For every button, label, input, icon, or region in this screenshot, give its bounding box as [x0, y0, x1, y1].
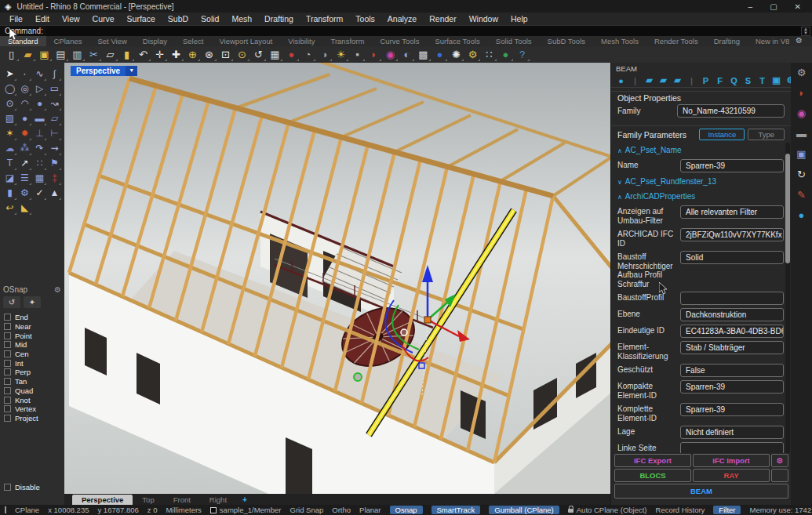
copy-icon[interactable]: ▱: [102, 47, 118, 62]
color-wheel-icon[interactable]: ◉: [791, 103, 812, 124]
statusbar-item[interactable]: Auto CPlane (Object): [568, 506, 647, 514]
toolbar-tab[interactable]: Solid Tools: [488, 36, 540, 46]
osnap-option[interactable]: Quad: [4, 386, 64, 396]
statusbar-item[interactable]: Gumball (CPlane): [489, 506, 559, 514]
tab-t[interactable]: T: [756, 76, 769, 85]
mesh-icon[interactable]: ▩: [415, 47, 431, 62]
field-input[interactable]: Solid: [680, 251, 784, 264]
checkbox[interactable]: [4, 387, 11, 394]
field-input[interactable]: EC41283A-3BA0-4DB3-BD68-564054: [680, 325, 784, 338]
viewport-tab[interactable]: Perspective: [72, 495, 133, 505]
beam-button[interactable]: BEAM: [614, 484, 788, 499]
mountain-icon[interactable]: ▲: [47, 186, 62, 201]
display-panel-icon[interactable]: ▬: [791, 124, 812, 144]
statusbar-item[interactable]: Memory use: 1742 M: [749, 506, 812, 514]
instance-button[interactable]: Instance: [699, 129, 745, 140]
statusbar-item[interactable]: SmartTrack: [431, 506, 481, 514]
menu-item[interactable]: Window: [463, 13, 504, 24]
ribbon-icon[interactable]: ↩: [2, 201, 17, 216]
shell-icon[interactable]: ◗: [366, 47, 382, 62]
gear-icon[interactable]: ⚙: [796, 36, 807, 45]
menu-item[interactable]: Analyze: [381, 13, 423, 24]
ellipse-icon[interactable]: ◎: [17, 82, 32, 96]
osnap-option[interactable]: End: [4, 313, 64, 322]
scrollbar-thumb[interactable]: [785, 154, 790, 263]
annotate-brush-icon[interactable]: ✎: [791, 185, 812, 205]
osnap-option[interactable]: Perp: [4, 368, 64, 377]
statusbar-item[interactable]: Record History: [656, 506, 705, 514]
osnap-option[interactable]: Project: [4, 414, 64, 423]
statusbar-item[interactable]: y 16787.806: [97, 506, 138, 514]
field-input[interactable]: Sparren-39: [680, 159, 784, 172]
statusbar-item[interactable]: sample_1/Member: [210, 506, 282, 514]
menu-item[interactable]: Curve: [86, 13, 121, 24]
osnap-option[interactable]: Cen: [4, 350, 64, 359]
render-preview-icon[interactable]: ◔: [300, 47, 316, 62]
field-input[interactable]: Nicht definiert: [680, 426, 784, 439]
menu-item[interactable]: Edit: [29, 13, 56, 24]
field-input[interactable]: False: [680, 364, 784, 377]
sync-icon[interactable]: ↻: [791, 165, 812, 185]
export-icon[interactable]: ▥: [69, 47, 86, 62]
menu-item[interactable]: Mesh: [225, 13, 258, 24]
osnap-option[interactable]: Int: [4, 358, 64, 368]
blocs-button[interactable]: BLOCS: [614, 469, 691, 482]
osnap-disable[interactable]: Disable: [4, 483, 40, 491]
circle-icon[interactable]: ◯: [2, 82, 17, 96]
box-icon[interactable]: ▧: [2, 111, 17, 126]
toolbar-tab[interactable]: Curve Tools: [372, 36, 427, 46]
statusbar-item[interactable]: CPlane: [15, 506, 39, 514]
toolbar-tab[interactable]: Visibility: [280, 36, 322, 46]
field-input[interactable]: Dachkonstruktion: [680, 308, 784, 321]
pan-icon[interactable]: ✛: [151, 47, 168, 62]
menu-item[interactable]: Help: [504, 13, 534, 24]
zoom-dynamic-icon[interactable]: ⊛: [201, 47, 217, 62]
viewport[interactable]: Perspective ▼: [64, 63, 610, 494]
import-folder-icon[interactable]: ▰: [657, 75, 670, 85]
checkbox[interactable]: [4, 350, 11, 357]
help-icon[interactable]: ?: [514, 47, 530, 62]
joint-icon[interactable]: ⊥: [32, 126, 47, 141]
toolbar-tab[interactable]: Mesh Tools: [593, 36, 646, 46]
orbit-icon[interactable]: ✚: [168, 47, 184, 62]
cplane-grid-icon[interactable]: [5, 506, 6, 513]
menu-item[interactable]: File: [3, 13, 29, 24]
toolbar-tab[interactable]: Set View: [89, 36, 134, 46]
ifc-export-button[interactable]: IFC Export: [614, 454, 691, 467]
zoom-window-icon[interactable]: ⊡: [217, 47, 234, 62]
separator[interactable]: |: [628, 76, 642, 85]
polygon-icon[interactable]: ▷: [32, 82, 47, 96]
checkbox[interactable]: [4, 484, 11, 491]
layers-shell-icon[interactable]: ◗: [791, 83, 812, 103]
field-input[interactable]: Alle relevanten Filter: [680, 205, 784, 219]
menu-item[interactable]: Transform: [300, 13, 349, 24]
pipe-icon[interactable]: ▮: [2, 186, 17, 201]
point-icon[interactable]: ⊙: [2, 96, 17, 111]
explode-icon[interactable]: ✶: [2, 126, 17, 141]
array-icon[interactable]: ∷: [32, 156, 47, 171]
toolbar-tab[interactable]: Drafting: [706, 36, 748, 46]
web-browser-icon[interactable]: ●: [791, 205, 812, 226]
slab-icon[interactable]: ▬: [32, 111, 47, 126]
field-input[interactable]: [680, 292, 784, 305]
checkbox[interactable]: [4, 314, 11, 321]
points-icon[interactable]: ⁂: [17, 141, 32, 156]
gumball-extrude-handle[interactable]: [354, 373, 362, 381]
model-tab-icon[interactable]: ●: [614, 76, 628, 85]
tab-q[interactable]: Q: [727, 76, 741, 85]
command-history-spinner[interactable]: ▲▼: [801, 27, 810, 36]
toolbar-tab[interactable]: SubD Tools: [540, 36, 593, 46]
maximize-button[interactable]: ▢: [770, 2, 777, 11]
viewport-tab[interactable]: Right: [200, 495, 236, 505]
blob-icon[interactable]: ☁: [2, 141, 17, 156]
tab-f[interactable]: F: [713, 76, 726, 85]
statusbar-item[interactable]: Millimeters: [166, 506, 201, 514]
menu-item[interactable]: Solid: [195, 13, 225, 24]
tab-p[interactable]: P: [699, 76, 712, 85]
lock-icon[interactable]: ▪: [349, 47, 366, 62]
rebar-icon[interactable]: ‡: [47, 171, 62, 186]
osnap-option[interactable]: Near: [4, 322, 64, 332]
family-input[interactable]: No_Name-43210599: [677, 104, 785, 118]
export-folder-icon[interactable]: ▰: [643, 75, 656, 85]
lasso-icon[interactable]: ∙: [17, 67, 32, 82]
